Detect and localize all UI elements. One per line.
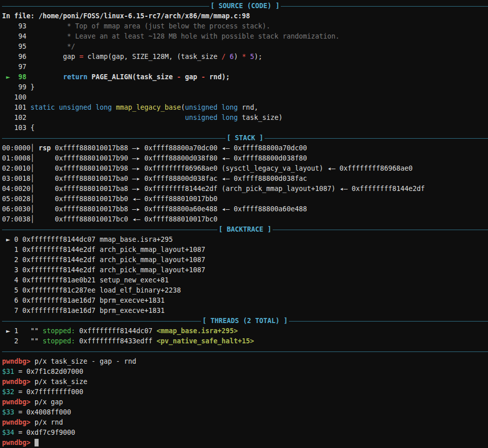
section-title-source: [ SOURCE (CODE) ] — [209, 1, 280, 11]
source-line: 103 { — [2, 123, 488, 133]
horizontal-rule — [2, 6, 209, 7]
source-line: 93 * Top of mmap area (just below the pr… — [2, 21, 488, 31]
thread-line: 2 "" stopped: 0xffffffff8433edff <pv_nat… — [2, 336, 488, 346]
section-header-threads: [ THREADS (2 TOTAL) ] — [2, 316, 488, 326]
section-header-backtrace: [ BACKTRACE ] — [2, 225, 488, 235]
thread-line: ► 1 "" stopped: 0xffffffff8144dc07 <mmap… — [2, 326, 488, 336]
backtrace-line: 5 0xffffffff81c287ee load_elf_binary+223… — [2, 285, 488, 296]
horizontal-rule — [2, 138, 225, 139]
console-line: pwndbg> p/x gap — [2, 397, 488, 407]
console-line: $34 = 0xdf7c9f9000 — [2, 428, 488, 438]
backtrace-line: 1 0xffffffff8144e2df arch_pick_mmap_layo… — [2, 245, 488, 255]
section-title-stack: [ STACK ] — [225, 133, 264, 143]
section-header-source: [ SOURCE (CODE) ] — [2, 1, 488, 11]
stack-line: 05:0028│ 0xffff888010017bb0 ◂— 0xffff888… — [2, 194, 488, 204]
backtrace-line: 4 0xffffffff81ae0b21 setup_new_exec+81 — [2, 275, 488, 285]
source-line: 95 */ — [2, 42, 488, 52]
stack-line: 03:0018│ 0xffff888010017ba0 —▸ 0xffff888… — [2, 174, 488, 184]
backtrace-line: 7 0xffffffff81ae16d7 bprm_execve+1831 — [2, 306, 488, 316]
text-cursor[interactable] — [35, 439, 39, 446]
section-header-stack: [ STACK ] — [2, 133, 488, 143]
stack-line: 02:0010│ 0xffff888010017b98 —▸ 0xfffffff… — [2, 164, 488, 174]
source-line: 99 } — [2, 82, 488, 92]
source-line: ► 98 return PAGE_ALIGN(task_size - gap -… — [2, 72, 488, 82]
source-line: 94 * Leave an at least ~128 MB hole with… — [2, 31, 488, 42]
horizontal-rule — [2, 351, 488, 352]
stack-line: 01:0008│ 0xffff888010017b90 —▸ 0xffff888… — [2, 153, 488, 164]
horizontal-rule — [281, 6, 488, 7]
horizontal-rule — [289, 321, 488, 322]
stack-line: 07:0038│ 0xffff888010017bc0 ◂— 0xffff888… — [2, 214, 488, 225]
source-line: 96 gap = clamp(gap, SIZE_128M, (task_siz… — [2, 52, 488, 62]
console-line: $31 = 0x7f1c82d07000 — [2, 367, 488, 377]
console-line: $33 = 0x4008ff000 — [2, 407, 488, 418]
backtrace-line: 3 0xffffffff8144e2df arch_pick_mmap_layo… — [2, 265, 488, 275]
stack-line: 06:0030│ 0xffff888010017bb8 —▸ 0xffff888… — [2, 204, 488, 214]
source-line: 97 — [2, 62, 488, 72]
stack-line: 00:0000│ rsp 0xffff888010017b88 —▸ 0xfff… — [2, 143, 488, 153]
source-line: 101 static unsigned long mmap_legacy_bas… — [2, 103, 488, 113]
horizontal-rule — [273, 230, 488, 230]
source-line: 102 unsigned long task_size) — [2, 113, 488, 123]
console-line: pwndbg> p/x rnd — [2, 418, 488, 428]
horizontal-rule — [265, 138, 488, 139]
source-line: In file: /home/poni/FOSS/linux-6.15-rc7/… — [2, 11, 488, 21]
backtrace-line: ► 0 0xffffffff8144dc07 mmap_base.isra+29… — [2, 235, 488, 245]
backtrace-line: 2 0xffffffff8144e2df arch_pick_mmap_layo… — [2, 255, 488, 265]
horizontal-rule — [2, 321, 201, 322]
console-line: pwndbg> — [2, 438, 488, 448]
section-title-backtrace: [ BACKTRACE ] — [217, 225, 272, 235]
stack-line: 04:0020│ 0xffff888010017ba8 —▸ 0xfffffff… — [2, 184, 488, 194]
console-line: pwndbg> p/x task_size — [2, 377, 488, 387]
horizontal-rule — [2, 230, 217, 230]
section-title-threads: [ THREADS (2 TOTAL) ] — [201, 316, 288, 326]
section-divider — [2, 346, 488, 357]
console-line: pwndbg> p/x task_size - gap - rnd — [2, 357, 488, 367]
console-line: $32 = 0x7ffffffff000 — [2, 387, 488, 397]
pwndbg-terminal[interactable]: [ SOURCE (CODE) ]In file: /home/poni/FOS… — [0, 0, 488, 448]
backtrace-line: 6 0xffffffff81ae16d7 bprm_execve+1831 — [2, 296, 488, 306]
source-line: 100 — [2, 92, 488, 103]
